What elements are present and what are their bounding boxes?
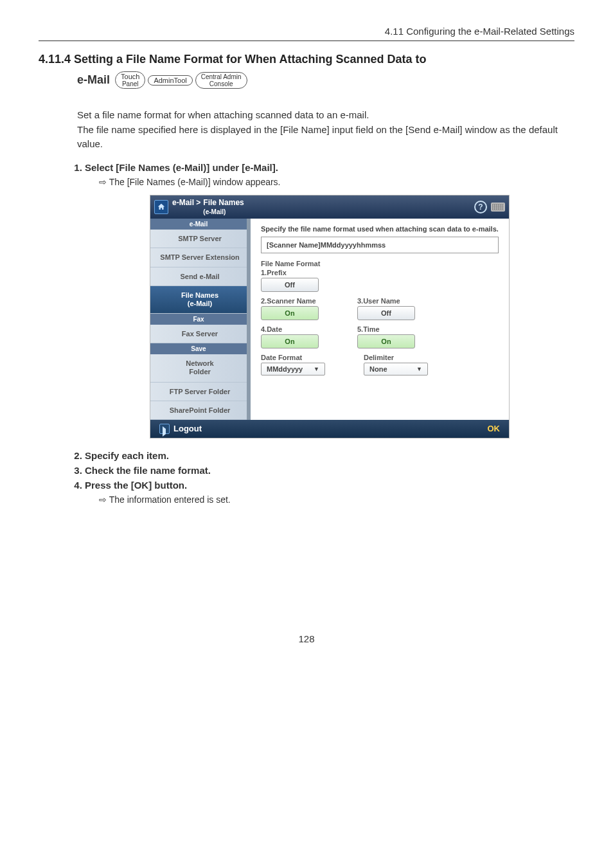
breadcrumb-current-line2: (e-Mail) — [203, 208, 226, 215]
user-name-label: 3.User Name — [357, 297, 415, 305]
sidebar-item-network-folder[interactable]: NetworkFolder — [150, 354, 247, 382]
badge-central-admin: Central AdminConsole — [195, 72, 247, 89]
page-number: 128 — [39, 633, 574, 644]
step-4: Press the [OK] button. ⇨ The information… — [85, 480, 574, 505]
keyboard-icon[interactable] — [491, 203, 505, 212]
breadcrumb-current-line1: File Names — [203, 198, 244, 207]
step-2: Specify each item. — [85, 450, 574, 461]
screenshot-window: e-Mail > File Names (e-Mail) ? e-Mail SM… — [150, 195, 510, 439]
intro-text: Set a file name format for when attachin… — [77, 108, 574, 152]
steps-list: Select [File Names (e-Mail)] under [e-Ma… — [71, 162, 574, 505]
home-icon[interactable] — [154, 200, 168, 214]
breadcrumb-root[interactable]: e-Mail > — [172, 198, 200, 207]
date-toggle[interactable]: On — [261, 334, 319, 348]
delimiter-dropdown[interactable]: None▼ — [364, 363, 428, 375]
badge-touch-panel: TouchPanel — [115, 71, 145, 89]
badges-row: e-Mail TouchPanel AdminTool Central Admi… — [77, 71, 574, 89]
chevron-down-icon: ▼ — [314, 366, 319, 372]
sidebar-item-file-names-email[interactable]: File Names(e-Mail) — [150, 286, 247, 314]
sidebar-item-ftp-folder[interactable]: FTP Server Folder — [150, 383, 247, 401]
header-rule — [39, 41, 574, 41]
date-label: 4.Date — [261, 325, 319, 333]
sidebar-item-smtp-ext[interactable]: SMTP Server Extension — [150, 248, 247, 267]
page-header: 4.11 Configuring the e-Mail-Related Sett… — [39, 0, 574, 41]
sidebar-cat-email: e-Mail — [150, 219, 247, 230]
delimiter-label: Delimiter — [364, 354, 428, 361]
file-name-format-label: File Name Format — [261, 260, 499, 267]
time-toggle[interactable]: On — [357, 334, 415, 348]
spec-text: Specify the file name format used when a… — [261, 225, 499, 233]
sidebar-item-send-email[interactable]: Send e-Mail — [150, 267, 247, 286]
user-name-toggle[interactable]: Off — [357, 306, 415, 320]
window-titlebar: e-Mail > File Names (e-Mail) ? — [150, 195, 509, 219]
step-1: Select [File Names (e-Mail)] under [e-Ma… — [85, 162, 574, 439]
date-format-label: Date Format — [261, 354, 325, 361]
sidebar-cat-fax: Fax — [150, 314, 247, 325]
logout-icon — [159, 424, 170, 434]
prefix-label: 1.Prefix — [261, 269, 499, 276]
scanner-name-toggle[interactable]: On — [261, 306, 319, 320]
logout-button[interactable]: Logout — [159, 424, 202, 434]
help-icon[interactable]: ? — [474, 201, 487, 213]
chevron-down-icon: ▼ — [416, 366, 422, 372]
breadcrumb: e-Mail > File Names (e-Mail) — [172, 198, 244, 216]
scanner-name-label: 2.Scanner Name — [261, 297, 319, 305]
sidebar-cat-save: Save — [150, 343, 247, 354]
time-label: 5.Time — [357, 325, 415, 333]
main-panel: Specify the file name format used when a… — [251, 219, 509, 420]
window-footer: Logout OK — [150, 420, 509, 438]
prefix-toggle[interactable]: Off — [261, 278, 319, 292]
section-heading: 4.11.4 Setting a File Name Format for Wh… — [39, 53, 574, 66]
filename-preview: [Scanner Name]MMddyyyyhhmmss — [261, 237, 499, 253]
step-3: Check the file name format. — [85, 465, 574, 476]
date-format-dropdown[interactable]: MMddyyyy▼ — [261, 363, 325, 375]
sidebar: e-Mail SMTP Server SMTP Server Extension… — [150, 219, 247, 420]
step-4-result: ⇨ The information entered is set. — [99, 494, 574, 505]
email-label: e-Mail — [77, 73, 110, 87]
sidebar-item-sharepoint-folder[interactable]: SharePoint Folder — [150, 401, 247, 420]
badge-admin-tool: AdminTool — [148, 75, 192, 86]
ok-button[interactable]: OK — [488, 424, 501, 433]
step-1-result: ⇨ The [File Names (e-Mail)] window appea… — [99, 177, 574, 187]
sidebar-item-smtp[interactable]: SMTP Server — [150, 230, 247, 248]
sidebar-item-fax-server[interactable]: Fax Server — [150, 325, 247, 343]
